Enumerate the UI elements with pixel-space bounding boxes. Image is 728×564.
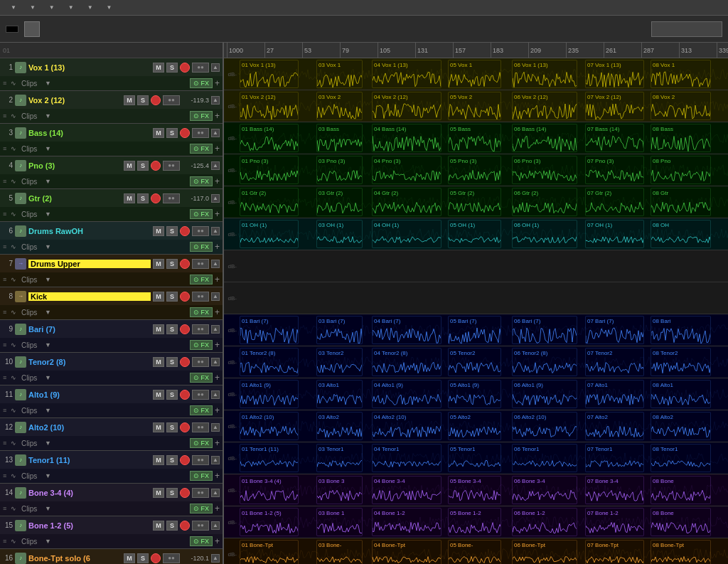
mute-button[interactable]: M [153, 259, 164, 269]
clip-block[interactable]: 07 Bass (14) [585, 124, 644, 152]
add-fx[interactable]: + [215, 504, 220, 514]
mute-button[interactable]: M [153, 390, 164, 400]
mute-button[interactable]: M [153, 455, 164, 465]
fx-button[interactable]: ⊙ FX [190, 471, 213, 481]
clip-block[interactable]: 06 Pno (3) [512, 156, 577, 184]
fx-button[interactable]: ⊙ FX [190, 144, 213, 154]
mute-button[interactable]: M [153, 521, 164, 531]
clip-block[interactable]: 06 Bone 3-4 [512, 476, 577, 504]
solo-button[interactable]: S [166, 488, 178, 498]
clip-block[interactable]: 06 Alto1 (9) [512, 380, 577, 408]
track-expand[interactable]: ▲ [211, 63, 220, 72]
solo-button[interactable]: S [137, 553, 149, 563]
clip-block[interactable]: 06 Vox 1 (13) [512, 60, 577, 88]
clips-dropdown[interactable]: ▼ [45, 178, 51, 185]
menu-options[interactable]: ▼ [22, 0, 41, 15]
track-expand[interactable]: ▲ [211, 456, 220, 464]
clip-block[interactable]: 04 Pno (3) [372, 156, 441, 184]
clip-block[interactable]: 03 Tenor2 [316, 348, 363, 376]
record-button[interactable] [180, 521, 190, 531]
clips-dropdown[interactable]: ▼ [45, 80, 51, 87]
record-button[interactable] [180, 63, 190, 73]
clip-block[interactable]: 03 Bone- [316, 540, 363, 564]
clip-block[interactable]: 08 Alto1 [651, 380, 711, 408]
clips-dropdown[interactable]: ▼ [45, 112, 51, 119]
clip-block[interactable]: 07 Bone-Tpt [585, 540, 644, 564]
clip-block[interactable]: 04 Bass (14) [372, 124, 441, 152]
clips-dropdown[interactable]: ▼ [45, 407, 51, 414]
track-expand[interactable]: ▲ [211, 129, 220, 137]
clip-block[interactable]: 08 Bass [651, 124, 711, 152]
auto-button[interactable]: ●● [192, 324, 209, 334]
menu-tracks[interactable]: ▼ [41, 0, 60, 15]
solo-button[interactable]: S [166, 324, 178, 334]
clip-block[interactable]: 01 Bone-Tpt [240, 540, 299, 564]
record-button[interactable] [151, 95, 161, 105]
clip-block[interactable]: 07 Gtr (2) [585, 188, 644, 216]
track-expand[interactable]: ▲ [211, 390, 220, 399]
add-fx[interactable]: + [215, 340, 220, 350]
clip-block[interactable]: 04 Vox 1 (13) [372, 60, 441, 88]
clip-block[interactable]: 06 Bone 1-2 [512, 508, 577, 536]
add-fx[interactable]: + [215, 111, 220, 121]
clip-block[interactable]: 04 OH (1) [372, 220, 441, 248]
clip-block[interactable]: 01 Alto1 (9) [240, 380, 299, 408]
auto-button[interactable]: ●● [163, 95, 180, 105]
mute-button[interactable]: M [153, 226, 164, 236]
track-expand[interactable]: ▲ [211, 423, 220, 432]
add-fx[interactable]: + [215, 536, 220, 546]
clips-dropdown[interactable]: ▼ [45, 341, 51, 348]
clip-block[interactable]: 08 Tenor2 [651, 348, 711, 376]
preset-dropdown[interactable] [651, 21, 722, 37]
clip-block[interactable]: 03 Bari (7) [316, 316, 363, 344]
menu-regionfx[interactable]: ▼ [99, 0, 118, 15]
fx-button[interactable]: ⊙ FX [190, 78, 213, 88]
solo-button[interactable]: S [166, 455, 178, 465]
clip-block[interactable]: 06 Bone-Tpt [512, 540, 577, 564]
clip-block[interactable]: 03 Gtr (2) [316, 188, 363, 216]
clips-dropdown[interactable]: ▼ [45, 243, 51, 250]
auto-button[interactable]: ●● [192, 128, 209, 138]
solo-button[interactable]: S [137, 95, 149, 105]
track-expand[interactable]: ▲ [211, 292, 220, 301]
menu-view[interactable]: ▼ [3, 0, 22, 15]
clip-block[interactable]: 04 Tenor2 (8) [372, 348, 441, 376]
clip-block[interactable]: 04 Alto1 (9) [372, 380, 441, 408]
clip-block[interactable]: 05 Gtr (2) [448, 188, 501, 216]
solo-button[interactable]: S [166, 357, 178, 367]
track-expand[interactable]: ▲ [211, 161, 220, 170]
clip-block[interactable]: 04 Bone 3-4 [372, 476, 441, 504]
clip-block[interactable]: 07 Vox 2 (12) [585, 92, 644, 120]
fx-button[interactable]: ⊙ FX [190, 242, 213, 252]
record-button[interactable] [180, 390, 190, 400]
clip-block[interactable]: 08 Alto2 [651, 412, 711, 440]
fx-button[interactable]: ⊙ FX [190, 405, 213, 415]
solo-button[interactable]: S [166, 390, 178, 400]
clips-dropdown[interactable]: ▼ [45, 374, 51, 381]
clip-block[interactable]: 03 Vox 2 [316, 92, 363, 120]
fx-button[interactable]: ⊙ FX [190, 536, 213, 546]
fx-button[interactable]: ⊙ FX [190, 209, 213, 219]
clip-block[interactable]: 03 Bass [316, 124, 363, 152]
add-fx[interactable]: + [215, 144, 220, 154]
clip-block[interactable]: 04 Bari (7) [372, 316, 441, 344]
clip-block[interactable]: 08 OH [651, 220, 711, 248]
clip-block[interactable]: 05 Bone- [448, 540, 501, 564]
clip-block[interactable]: 07 Alto2 [585, 412, 644, 440]
clips-dropdown[interactable]: ▼ [45, 472, 51, 479]
auto-button[interactable]: ●● [192, 488, 209, 498]
clip-block[interactable]: 07 Alto1 [585, 380, 644, 408]
fx-button[interactable]: ⊙ FX [190, 340, 213, 350]
clip-block[interactable]: 05 Vox 2 [448, 92, 501, 120]
mute-button[interactable]: M [124, 161, 135, 171]
auto-button[interactable]: ●● [192, 292, 209, 302]
auto-button[interactable]: ●● [163, 193, 180, 203]
clips-dropdown[interactable]: ▼ [45, 505, 51, 512]
clip-block[interactable]: 03 Bone 1 [316, 508, 363, 536]
clip-block[interactable]: 06 Tenor1 [512, 444, 577, 472]
fx-button[interactable]: ⊙ FX [190, 307, 213, 317]
clips-dropdown[interactable]: ▼ [45, 538, 51, 545]
record-button[interactable] [180, 422, 190, 432]
clip-block[interactable]: 01 Bone 3-4 (4) [240, 476, 299, 504]
menu-midi[interactable]: ▼ [80, 0, 99, 15]
